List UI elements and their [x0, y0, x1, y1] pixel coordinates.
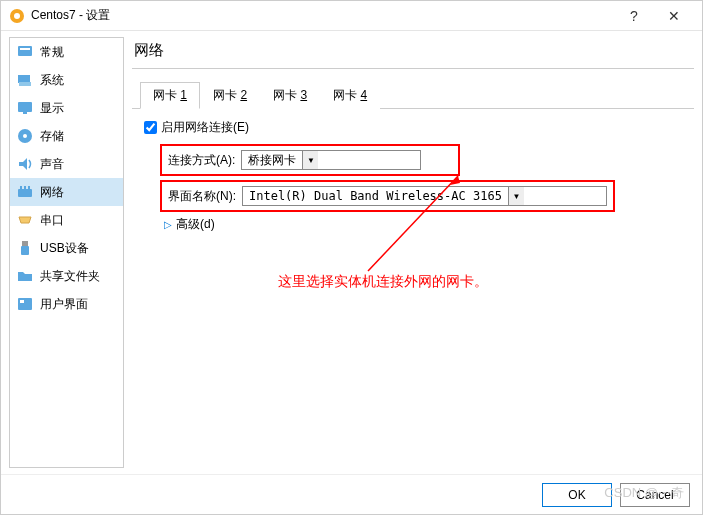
cancel-button[interactable]: Cancel	[620, 483, 690, 507]
sidebar-item-label: USB设备	[40, 240, 89, 257]
svg-rect-2	[18, 46, 32, 56]
connect-label: 连接方式(A):	[168, 152, 235, 169]
svg-rect-11	[18, 189, 32, 197]
sidebar-item-label: 共享文件夹	[40, 268, 100, 285]
svg-rect-6	[18, 102, 32, 112]
sidebar-item-network[interactable]: 网络	[10, 178, 123, 206]
sidebar: 常规 系统 显示 存储 声音 网络 串口 USB设备	[9, 37, 124, 468]
page-title: 网络	[132, 37, 694, 69]
ui-icon	[16, 295, 34, 313]
usb-icon	[16, 239, 34, 257]
chevron-down-icon: ▼	[508, 187, 524, 205]
sidebar-item-label: 显示	[40, 100, 64, 117]
serial-icon	[16, 211, 34, 229]
sidebar-item-label: 用户界面	[40, 296, 88, 313]
highlight-box-connect: 连接方式(A): 桥接网卡 ▼	[160, 144, 460, 176]
sidebar-item-label: 声音	[40, 156, 64, 173]
storage-icon	[16, 127, 34, 145]
svg-point-1	[14, 13, 20, 19]
highlight-box-iface: 界面名称(N): Intel(R) Dual Band Wireless-AC …	[160, 180, 615, 212]
annotation-text: 这里选择实体机连接外网的网卡。	[278, 273, 488, 291]
window-title: Centos7 - 设置	[31, 7, 614, 24]
display-icon	[16, 99, 34, 117]
svg-point-9	[23, 134, 27, 138]
sidebar-item-general[interactable]: 常规	[10, 38, 123, 66]
tab-row: 网卡 1 网卡 2 网卡 3 网卡 4	[132, 81, 694, 109]
svg-rect-13	[24, 186, 26, 189]
audio-icon	[16, 155, 34, 173]
adapter-panel: 启用网络连接(E) 连接方式(A): 桥接网卡 ▼ 界面名称(N): Intel…	[132, 109, 694, 237]
sidebar-item-audio[interactable]: 声音	[10, 150, 123, 178]
advanced-label: 高级(d)	[176, 216, 215, 233]
system-icon	[16, 71, 34, 89]
tab-adapter-4[interactable]: 网卡 4	[320, 82, 380, 109]
sidebar-item-label: 系统	[40, 72, 64, 89]
svg-rect-15	[22, 241, 28, 246]
ok-button[interactable]: OK	[542, 483, 612, 507]
tab-adapter-3[interactable]: 网卡 3	[260, 82, 320, 109]
footer: OK Cancel	[1, 474, 702, 514]
svg-rect-5	[19, 82, 31, 86]
sidebar-item-shared[interactable]: 共享文件夹	[10, 262, 123, 290]
connect-type-value: 桥接网卡	[242, 152, 302, 169]
general-icon	[16, 43, 34, 61]
gear-icon	[9, 8, 25, 24]
iface-label: 界面名称(N):	[168, 188, 236, 205]
titlebar: Centos7 - 设置 ? ✕	[1, 1, 702, 31]
sidebar-item-serial[interactable]: 串口	[10, 206, 123, 234]
connect-type-combo[interactable]: 桥接网卡 ▼	[241, 150, 421, 170]
chevron-down-icon: ▼	[302, 151, 318, 169]
folder-icon	[16, 267, 34, 285]
enable-network-checkbox[interactable]	[144, 121, 157, 134]
svg-rect-14	[28, 186, 30, 189]
sidebar-item-label: 串口	[40, 212, 64, 229]
svg-rect-4	[18, 75, 30, 83]
triangle-right-icon: ▷	[164, 219, 172, 230]
sidebar-item-display[interactable]: 显示	[10, 94, 123, 122]
enable-row: 启用网络连接(E)	[144, 119, 690, 136]
content-area: 常规 系统 显示 存储 声音 网络 串口 USB设备	[1, 31, 702, 474]
sidebar-item-label: 网络	[40, 184, 64, 201]
svg-rect-16	[21, 246, 29, 255]
sidebar-item-storage[interactable]: 存储	[10, 122, 123, 150]
tab-adapter-1[interactable]: 网卡 1	[140, 82, 200, 109]
svg-rect-3	[20, 48, 30, 50]
main-panel: 网络 网卡 1 网卡 2 网卡 3 网卡 4 启用网络连接(E) 连接方式(A)…	[128, 31, 702, 474]
close-button[interactable]: ✕	[654, 8, 694, 24]
sidebar-item-ui[interactable]: 用户界面	[10, 290, 123, 318]
sidebar-item-system[interactable]: 系统	[10, 66, 123, 94]
advanced-toggle[interactable]: ▷ 高级(d)	[164, 216, 690, 233]
sidebar-item-usb[interactable]: USB设备	[10, 234, 123, 262]
svg-rect-18	[20, 300, 24, 303]
svg-rect-12	[20, 186, 22, 189]
sidebar-item-label: 存储	[40, 128, 64, 145]
help-button[interactable]: ?	[614, 8, 654, 24]
tab-adapter-2[interactable]: 网卡 2	[200, 82, 260, 109]
svg-rect-7	[23, 112, 27, 114]
iface-name-value: Intel(R) Dual Band Wireless-AC 3165	[243, 189, 508, 203]
iface-name-combo[interactable]: Intel(R) Dual Band Wireless-AC 3165 ▼	[242, 186, 607, 206]
sidebar-item-label: 常规	[40, 44, 64, 61]
network-icon	[16, 183, 34, 201]
svg-marker-10	[19, 158, 27, 170]
svg-rect-17	[18, 298, 32, 310]
enable-network-label: 启用网络连接(E)	[161, 119, 249, 136]
